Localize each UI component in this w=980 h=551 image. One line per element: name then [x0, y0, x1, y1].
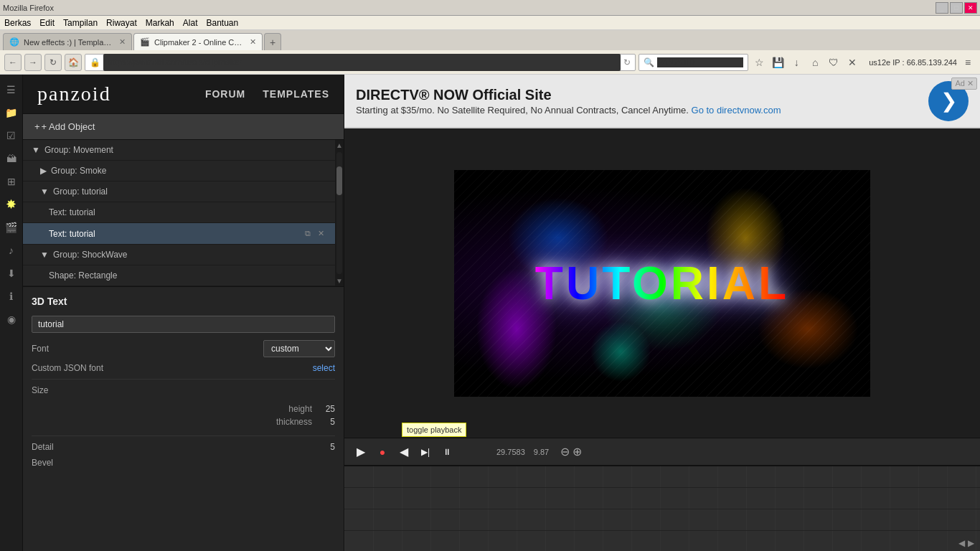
sidebar-check-icon[interactable]: ☑	[2, 126, 21, 145]
tree-item-label: Text: tutorial	[49, 207, 95, 217]
collapse-icon: ▼	[40, 250, 49, 260]
reload-icon[interactable]: ↻	[623, 57, 631, 67]
tab-clipmaker[interactable]: 🎬 Clipmaker 2 - Online Custom V... ✕	[133, 33, 263, 50]
tab-icon-1: 🌐	[9, 37, 19, 47]
tab-close-1[interactable]: ✕	[119, 37, 126, 47]
maximize-button[interactable]: □	[950, 2, 963, 14]
sidebar-menu-icon[interactable]: ☰	[2, 80, 21, 99]
tree-scrollbar[interactable]: ▲ ▼	[335, 140, 344, 286]
scrollbar-thumb[interactable]	[336, 166, 342, 195]
delete-button[interactable]: ✕	[316, 228, 326, 239]
close-icon[interactable]: ✕	[844, 55, 860, 70]
tree-item-text-tutorial-1[interactable]: Text: tutorial	[23, 202, 335, 223]
item-name: Group: Smoke	[51, 166, 106, 176]
plus-icon: +	[34, 121, 40, 132]
refresh-button[interactable]: ↻	[44, 54, 62, 71]
menu-alat[interactable]: Alat	[183, 18, 198, 28]
menu-tampilan[interactable]: Tampilan	[63, 18, 98, 28]
scrollbar-track[interactable]	[336, 152, 342, 274]
panzoid-header: panzoid FORUM TEMPLATES	[23, 75, 344, 114]
timeline-scroll-right[interactable]: ▶	[968, 538, 974, 548]
item-name: Group: Movement	[44, 145, 113, 155]
ad-close-button[interactable]: Ad ✕	[951, 77, 977, 90]
menu-icon[interactable]: ≡	[960, 55, 976, 70]
custom-json-select-link[interactable]: select	[313, 363, 335, 373]
text-value-input[interactable]	[32, 316, 335, 333]
tree-item-actions: ⧉ ✕	[303, 228, 326, 239]
thickness-value: 5	[318, 417, 335, 427]
tree-item-rectangle[interactable]: Shape: Rectangle	[23, 265, 335, 286]
timeline-track-3	[344, 509, 980, 531]
bookmark-icon[interactable]: ☆	[751, 55, 767, 70]
detail-row: Detail 5	[32, 442, 335, 452]
ad-subtitle: Starting at $35/mo. No Satellite Require…	[356, 105, 928, 116]
save-page-icon[interactable]: 💾	[770, 55, 786, 70]
prev-frame-button[interactable]: ◀	[396, 444, 412, 460]
download-icon[interactable]: ↓	[788, 55, 804, 70]
tree-item-tutorial-group[interactable]: ▼ Group: tutorial	[23, 182, 335, 202]
frames-button[interactable]: ⏸	[439, 444, 455, 460]
tree-item-text-tutorial-2[interactable]: Text: tutorial ⧉ ✕	[23, 223, 335, 245]
nav-templates[interactable]: TEMPLATES	[263, 88, 329, 100]
record-button[interactable]: ●	[374, 444, 390, 460]
search-bar[interactable]	[657, 57, 743, 67]
tree-item-movement[interactable]: ▼ Group: Movement	[23, 140, 335, 161]
address-bar[interactable]	[103, 54, 621, 71]
sidebar-info-icon[interactable]: ℹ	[2, 287, 21, 306]
timeline-track-2	[344, 488, 980, 509]
sidebar-folder-icon[interactable]: 📁	[2, 103, 21, 122]
scroll-down[interactable]: ▼	[334, 276, 344, 286]
sidebar-video-icon[interactable]: 🎬	[2, 218, 21, 237]
menu-bantuan[interactable]: Bantuan	[206, 18, 238, 28]
menu-riwayat[interactable]: Riwayat	[106, 18, 137, 28]
sidebar-circle-icon[interactable]: ◉	[2, 310, 21, 329]
menu-edit[interactable]: Edit	[39, 18, 55, 28]
timeline-scroll-left[interactable]: ◀	[958, 538, 965, 548]
home-icon[interactable]: ⌂	[807, 55, 823, 70]
ad-title: DIRECTV® NOW Official Site	[356, 87, 928, 103]
timeline-area: ◀ ▶	[344, 465, 980, 551]
tab-new-effects[interactable]: 🌐 New effects :) | Template#21... ✕	[3, 33, 132, 50]
back-button[interactable]: ←	[4, 54, 22, 71]
ad-arrow-icon: ❯	[941, 89, 957, 113]
scroll-up[interactable]: ▲	[334, 140, 344, 151]
ad-link[interactable]: Go to directvnow.com	[692, 105, 781, 116]
panzoid-nav: FORUM TEMPLATES	[205, 88, 329, 100]
bevel-row: Bevel	[32, 458, 335, 468]
home-button[interactable]: 🏠	[65, 54, 82, 71]
nav-forum[interactable]: FORUM	[205, 88, 245, 100]
size-section: Size height 25 thickness 5	[32, 385, 335, 430]
toggle-playback-tooltip: toggle playback	[402, 423, 466, 437]
sidebar-grid-icon[interactable]: ⊞	[2, 172, 21, 191]
sidebar-download-icon[interactable]: ⬇	[2, 264, 21, 283]
sidebar-music-icon[interactable]: ♪	[2, 241, 21, 260]
height-label: height	[288, 404, 312, 414]
menu-markah[interactable]: Markah	[146, 18, 174, 28]
new-tab-button[interactable]: +	[264, 33, 281, 50]
tab-close-2[interactable]: ✕	[250, 37, 256, 47]
forward-button[interactable]: →	[24, 54, 42, 71]
zoom-out-button[interactable]: ⊖	[560, 445, 570, 458]
sidebar-icons: ☰ 📁 ☑ 🏔 ⊞ ✸ 🎬 ♪ ⬇ ℹ ◉	[0, 75, 23, 551]
font-select[interactable]: custom Arial Impact	[263, 340, 335, 357]
sidebar-star-icon[interactable]: ✸	[2, 195, 21, 214]
duplicate-button[interactable]: ⧉	[303, 228, 313, 239]
tree-item-shockwave[interactable]: ▼ Group: ShockWave	[23, 245, 335, 265]
font-label: Font	[32, 344, 49, 354]
sidebar-mountain-icon[interactable]: 🏔	[2, 149, 21, 168]
next-frame-button[interactable]: ▶|	[418, 444, 433, 460]
close-button[interactable]: ✕	[964, 2, 977, 14]
add-object-button[interactable]: + + Add Object	[23, 114, 344, 140]
menu-berkas[interactable]: Berkas	[4, 18, 31, 28]
minimize-button[interactable]: _	[936, 2, 948, 14]
preview-image: TUTORIAL	[454, 170, 870, 397]
search-icon: 🔍	[644, 57, 654, 67]
tree-item-smoke[interactable]: ▶ Group: Smoke	[23, 161, 335, 182]
timeline-tracks	[344, 466, 980, 551]
app-container: ☰ 📁 ☑ 🏔 ⊞ ✸ 🎬 ♪ ⬇ ℹ ◉ panzoid FORUM TEMP…	[0, 75, 980, 551]
zoom-in-button[interactable]: ⊕	[573, 445, 582, 458]
add-object-label: + Add Object	[42, 121, 95, 132]
shield-icon[interactable]: 🛡	[826, 55, 842, 70]
tree-item-label: Text: tutorial	[49, 229, 95, 239]
play-button[interactable]: ▶	[353, 444, 369, 460]
